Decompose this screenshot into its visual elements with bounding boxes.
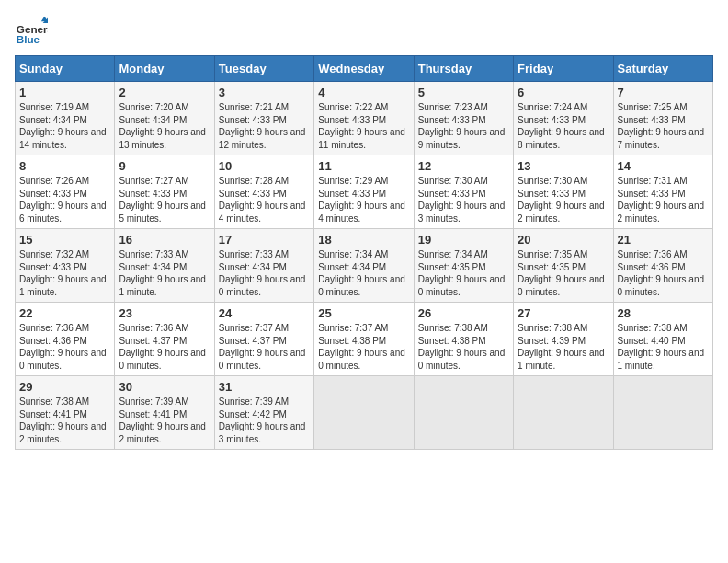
calendar-cell: 4 Sunrise: 7:22 AMSunset: 4:33 PMDayligh… (314, 82, 414, 155)
day-number: 27 (518, 306, 609, 320)
day-number: 29 (19, 380, 110, 394)
calendar-table: SundayMondayTuesdayWednesdayThursdayFrid… (15, 55, 713, 450)
calendar-cell: 25 Sunrise: 7:37 AMSunset: 4:38 PMDaylig… (314, 303, 414, 376)
day-number: 25 (318, 306, 409, 320)
day-info: Sunrise: 7:20 AMSunset: 4:34 PMDaylight:… (119, 102, 206, 150)
day-info: Sunrise: 7:21 AMSunset: 4:33 PMDaylight:… (219, 102, 306, 150)
day-info: Sunrise: 7:33 AMSunset: 4:34 PMDaylight:… (219, 249, 306, 297)
calendar-cell (414, 376, 513, 450)
weekday-header-friday: Friday (514, 56, 613, 82)
day-info: Sunrise: 7:27 AMSunset: 4:33 PMDaylight:… (119, 176, 206, 224)
day-info: Sunrise: 7:38 AMSunset: 4:40 PMDaylight:… (618, 323, 705, 371)
day-number: 10 (219, 159, 310, 173)
weekday-header-tuesday: Tuesday (214, 56, 313, 82)
day-number: 2 (119, 86, 210, 99)
day-info: Sunrise: 7:26 AMSunset: 4:33 PMDaylight:… (19, 176, 107, 224)
day-info: Sunrise: 7:38 AMSunset: 4:38 PMDaylight:… (418, 323, 506, 371)
day-number: 21 (618, 233, 709, 247)
day-info: Sunrise: 7:25 AMSunset: 4:33 PMDaylight:… (618, 102, 705, 150)
calendar-cell: 21 Sunrise: 7:36 AMSunset: 4:36 PMDaylig… (613, 229, 712, 303)
calendar-cell: 1 Sunrise: 7:19 AMSunset: 4:34 PMDayligh… (16, 82, 115, 155)
day-info: Sunrise: 7:29 AMSunset: 4:33 PMDaylight:… (318, 176, 405, 224)
day-number: 16 (119, 233, 210, 247)
svg-text:Blue: Blue (17, 33, 40, 45)
day-info: Sunrise: 7:37 AMSunset: 4:38 PMDaylight:… (318, 323, 405, 371)
calendar-cell: 6 Sunrise: 7:24 AMSunset: 4:33 PMDayligh… (514, 82, 613, 155)
day-number: 15 (19, 233, 110, 247)
day-info: Sunrise: 7:24 AMSunset: 4:33 PMDaylight:… (518, 102, 605, 150)
day-number: 28 (618, 306, 709, 320)
day-number: 7 (618, 86, 709, 99)
day-info: Sunrise: 7:37 AMSunset: 4:37 PMDaylight:… (219, 323, 306, 371)
calendar-cell (514, 376, 613, 450)
calendar-cell: 7 Sunrise: 7:25 AMSunset: 4:33 PMDayligh… (613, 82, 712, 155)
day-info: Sunrise: 7:32 AMSunset: 4:33 PMDaylight:… (19, 249, 107, 297)
calendar-cell: 28 Sunrise: 7:38 AMSunset: 4:40 PMDaylig… (613, 303, 712, 376)
day-number: 14 (618, 159, 709, 173)
day-info: Sunrise: 7:34 AMSunset: 4:34 PMDaylight:… (318, 249, 405, 297)
day-info: Sunrise: 7:38 AMSunset: 4:41 PMDaylight:… (19, 396, 107, 444)
weekday-header-wednesday: Wednesday (314, 56, 414, 82)
calendar-cell: 18 Sunrise: 7:34 AMSunset: 4:34 PMDaylig… (314, 229, 414, 303)
logo: General Blue (15, 15, 26, 48)
day-number: 12 (418, 159, 509, 173)
weekday-header-monday: Monday (115, 56, 214, 82)
calendar-cell: 15 Sunrise: 7:32 AMSunset: 4:33 PMDaylig… (16, 229, 115, 303)
calendar-cell: 23 Sunrise: 7:36 AMSunset: 4:37 PMDaylig… (115, 303, 214, 376)
calendar-cell: 31 Sunrise: 7:39 AMSunset: 4:42 PMDaylig… (214, 376, 313, 450)
calendar-cell: 20 Sunrise: 7:35 AMSunset: 4:35 PMDaylig… (514, 229, 613, 303)
day-info: Sunrise: 7:36 AMSunset: 4:36 PMDaylight:… (19, 323, 107, 371)
day-info: Sunrise: 7:38 AMSunset: 4:39 PMDaylight:… (518, 323, 605, 371)
day-number: 1 (19, 86, 110, 99)
day-number: 19 (418, 233, 509, 247)
day-number: 3 (219, 86, 310, 99)
calendar-cell: 19 Sunrise: 7:34 AMSunset: 4:35 PMDaylig… (414, 229, 513, 303)
calendar-cell: 10 Sunrise: 7:28 AMSunset: 4:33 PMDaylig… (214, 155, 313, 229)
weekday-header-sunday: Sunday (16, 56, 115, 82)
day-number: 20 (518, 233, 609, 247)
day-info: Sunrise: 7:30 AMSunset: 4:33 PMDaylight:… (518, 176, 605, 224)
calendar-cell: 26 Sunrise: 7:38 AMSunset: 4:38 PMDaylig… (414, 303, 513, 376)
day-number: 4 (318, 86, 409, 99)
calendar-cell: 8 Sunrise: 7:26 AMSunset: 4:33 PMDayligh… (16, 155, 115, 229)
weekday-header-saturday: Saturday (613, 56, 712, 82)
calendar-cell: 24 Sunrise: 7:37 AMSunset: 4:37 PMDaylig… (214, 303, 313, 376)
day-info: Sunrise: 7:31 AMSunset: 4:33 PMDaylight:… (618, 176, 705, 224)
day-info: Sunrise: 7:23 AMSunset: 4:33 PMDaylight:… (418, 102, 506, 150)
day-info: Sunrise: 7:36 AMSunset: 4:37 PMDaylight:… (119, 323, 206, 371)
calendar-cell: 11 Sunrise: 7:29 AMSunset: 4:33 PMDaylig… (314, 155, 414, 229)
calendar-cell: 3 Sunrise: 7:21 AMSunset: 4:33 PMDayligh… (214, 82, 313, 155)
day-number: 6 (518, 86, 609, 99)
day-number: 8 (19, 159, 110, 173)
page-header: General Blue (15, 15, 713, 48)
calendar-cell: 22 Sunrise: 7:36 AMSunset: 4:36 PMDaylig… (16, 303, 115, 376)
day-info: Sunrise: 7:33 AMSunset: 4:34 PMDaylight:… (119, 249, 206, 297)
day-number: 9 (119, 159, 210, 173)
day-number: 17 (219, 233, 310, 247)
day-info: Sunrise: 7:34 AMSunset: 4:35 PMDaylight:… (418, 249, 506, 297)
day-info: Sunrise: 7:19 AMSunset: 4:34 PMDaylight:… (19, 102, 107, 150)
day-number: 23 (119, 306, 210, 320)
calendar-cell: 12 Sunrise: 7:30 AMSunset: 4:33 PMDaylig… (414, 155, 513, 229)
calendar-cell (314, 376, 414, 450)
calendar-cell: 5 Sunrise: 7:23 AMSunset: 4:33 PMDayligh… (414, 82, 513, 155)
day-number: 26 (418, 306, 509, 320)
logo-icon: General Blue (15, 15, 48, 48)
day-info: Sunrise: 7:28 AMSunset: 4:33 PMDaylight:… (219, 176, 306, 224)
day-number: 13 (518, 159, 609, 173)
calendar-cell: 14 Sunrise: 7:31 AMSunset: 4:33 PMDaylig… (613, 155, 712, 229)
calendar-cell: 27 Sunrise: 7:38 AMSunset: 4:39 PMDaylig… (514, 303, 613, 376)
day-number: 31 (219, 380, 310, 394)
weekday-header-thursday: Thursday (414, 56, 513, 82)
day-number: 18 (318, 233, 409, 247)
day-number: 22 (19, 306, 110, 320)
day-number: 5 (418, 86, 509, 99)
calendar-cell (613, 376, 712, 450)
calendar-cell: 30 Sunrise: 7:39 AMSunset: 4:41 PMDaylig… (115, 376, 214, 450)
day-number: 24 (219, 306, 310, 320)
calendar-cell: 2 Sunrise: 7:20 AMSunset: 4:34 PMDayligh… (115, 82, 214, 155)
calendar-cell: 17 Sunrise: 7:33 AMSunset: 4:34 PMDaylig… (214, 229, 313, 303)
day-info: Sunrise: 7:35 AMSunset: 4:35 PMDaylight:… (518, 249, 605, 297)
day-info: Sunrise: 7:30 AMSunset: 4:33 PMDaylight:… (418, 176, 506, 224)
calendar-cell: 9 Sunrise: 7:27 AMSunset: 4:33 PMDayligh… (115, 155, 214, 229)
